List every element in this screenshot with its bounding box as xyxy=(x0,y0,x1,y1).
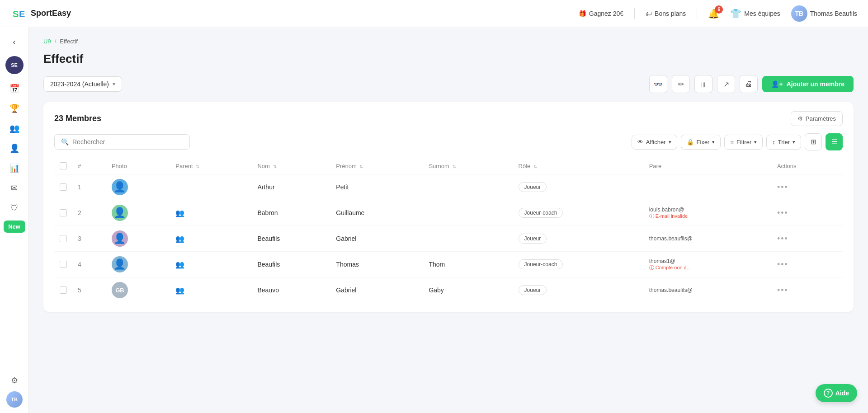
person-icon: 👤 xyxy=(9,143,19,153)
columns-button[interactable]: ⫼ xyxy=(694,75,712,93)
grid-view-button[interactable]: ⊞ xyxy=(805,133,822,150)
row-checkbox-3[interactable] xyxy=(60,235,67,242)
breadcrumb-current: Effectif xyxy=(60,38,78,45)
row-checkbox-4[interactable] xyxy=(60,261,67,268)
row-num-5: 5 xyxy=(72,277,106,303)
earn-button[interactable]: 🎁 Gagnez 20€ xyxy=(579,10,623,17)
sporteasy-logo-icon: S E xyxy=(11,5,27,22)
help-button[interactable]: ? Aide xyxy=(816,384,857,402)
add-member-button[interactable]: 👤+ Ajouter un membre xyxy=(762,76,854,92)
calendar-icon: 📅 xyxy=(9,84,19,94)
row-actions-4: ••• xyxy=(772,252,843,277)
table-header: # Photo Parent ⇅ Nom ⇅ Prénom ⇅ Surnom ⇅… xyxy=(54,158,843,174)
glasses-icon: 👓 xyxy=(654,80,663,89)
teams-icon: 👕 xyxy=(730,8,741,19)
row-role-5: Joueur xyxy=(513,277,644,303)
row-pare-3: thomas.beaufils@ xyxy=(644,226,772,252)
role-badge: Joueur xyxy=(519,234,547,244)
svg-text:S: S xyxy=(13,9,19,19)
user-menu[interactable]: TB Thomas Beaufils xyxy=(791,5,857,22)
more-button[interactable]: ••• xyxy=(777,234,788,243)
members-header: 23 Membres ⚙ Paramètres xyxy=(54,111,843,126)
row-photo-1: 👤 xyxy=(106,174,170,200)
row-parent-4: 👥 xyxy=(170,252,252,277)
glasses-button[interactable]: 👓 xyxy=(649,75,667,93)
search-box[interactable]: 🔍 xyxy=(54,134,190,150)
afficher-chevron-icon: ▾ xyxy=(669,139,671,145)
trier-button[interactable]: ↕ Trier ▾ xyxy=(766,135,801,150)
parent-icon: 👥 xyxy=(175,286,184,294)
more-button[interactable]: ••• xyxy=(777,183,788,192)
sidebar-item-shield[interactable]: 🛡 xyxy=(5,199,24,217)
table-row: 3👤👥BeaufilsGabrielJoueurthomas.beaufils@… xyxy=(54,226,843,252)
gear-icon: ⚙ xyxy=(797,115,803,122)
edit-button[interactable]: ✏ xyxy=(672,75,690,93)
chart-icon: 📊 xyxy=(9,163,19,173)
mail-icon: ✉ xyxy=(11,183,18,193)
list-view-button[interactable]: ☰ xyxy=(826,133,843,150)
sidebar: ‹ SE 📅 🏆 👥 👤 📊 ✉ 🛡 New ⚙ TB xyxy=(0,27,29,413)
shield-icon: 🛡 xyxy=(10,203,19,213)
sidebar-item-person[interactable]: 👤 xyxy=(5,139,24,157)
more-button[interactable]: ••• xyxy=(777,208,788,217)
sidebar-settings-button[interactable]: ⚙ xyxy=(5,371,24,390)
toolbar: 2023-2024 (Actuelle) ▾ 👓 ✏ ⫼ ↗ 🖨 xyxy=(43,75,854,93)
columns-icon: ⫼ xyxy=(700,80,707,88)
print-button[interactable]: 🖨 xyxy=(740,75,758,93)
breadcrumb-team[interactable]: U9 xyxy=(43,38,51,45)
sidebar-item-mail[interactable]: ✉ xyxy=(5,179,24,197)
fixer-chevron-icon: ▾ xyxy=(712,139,715,145)
row-nom-4: Beaufils xyxy=(252,252,330,277)
breadcrumb-separator: / xyxy=(55,38,57,45)
row-checkbox-2[interactable] xyxy=(60,209,67,216)
row-prenom-2: Guillaume xyxy=(330,200,423,226)
row-surnom-5: Gaby xyxy=(423,277,513,303)
deals-button[interactable]: 🏷 Bons plans xyxy=(646,10,686,17)
row-checkbox-5[interactable] xyxy=(60,286,67,294)
members-table: # Photo Parent ⇅ Nom ⇅ Prénom ⇅ Surnom ⇅… xyxy=(54,158,843,303)
parameters-button[interactable]: ⚙ Paramètres xyxy=(791,111,843,126)
table-row: 2👤👥BabronGuillaumeJoueur-coachlouis.babr… xyxy=(54,200,843,226)
row-surnom-4: Thom xyxy=(423,252,513,277)
filtrer-button[interactable]: ≡ Filtrer ▾ xyxy=(724,135,763,150)
afficher-button[interactable]: 👁 Afficher ▾ xyxy=(632,135,677,150)
row-num-2: 2 xyxy=(72,200,106,226)
lock-icon: 🔒 xyxy=(687,139,694,145)
search-input[interactable] xyxy=(72,138,183,145)
edit-icon: ✏ xyxy=(678,80,684,89)
nav-divider-1 xyxy=(634,8,635,19)
row-prenom-3: Gabriel xyxy=(330,226,423,252)
sidebar-back-button[interactable]: ‹ xyxy=(5,33,24,51)
more-button[interactable]: ••• xyxy=(777,260,788,269)
row-prenom-4: Thomas xyxy=(330,252,423,277)
th-parent: Parent ⇅ xyxy=(170,158,252,174)
th-surnom: Surnom ⇅ xyxy=(423,158,513,174)
sidebar-user-avatar[interactable]: TB xyxy=(6,391,23,408)
share-button[interactable]: ↗ xyxy=(717,75,735,93)
row-nom-3: Beaufils xyxy=(252,226,330,252)
sidebar-item-members[interactable]: 👥 xyxy=(5,119,24,137)
sidebar-item-calendar[interactable]: 📅 xyxy=(5,80,24,98)
row-role-4: Joueur-coach xyxy=(513,252,644,277)
select-all-checkbox[interactable] xyxy=(60,162,67,169)
row-pare-1 xyxy=(644,174,772,200)
row-actions-3: ••• xyxy=(772,226,843,252)
role-badge: Joueur-coach xyxy=(519,259,563,269)
more-button[interactable]: ••• xyxy=(777,286,788,295)
notifications-button[interactable]: 🔔 6 xyxy=(708,8,719,19)
season-selector[interactable]: 2023-2024 (Actuelle) ▾ xyxy=(43,76,122,92)
row-checkbox-1[interactable] xyxy=(60,183,67,191)
teams-button[interactable]: 👕 Mes équipes xyxy=(730,8,780,19)
sidebar-new-button[interactable]: New xyxy=(4,221,25,233)
sort-icon: ↕ xyxy=(772,139,775,145)
row-parent-2: 👥 xyxy=(170,200,252,226)
grid-icon: ⊞ xyxy=(811,138,816,146)
members-count: 23 Membres xyxy=(54,114,101,123)
role-badge: Joueur xyxy=(519,285,547,295)
sidebar-item-trophy[interactable]: 🏆 xyxy=(5,99,24,117)
fixer-button[interactable]: 🔒 Fixer ▾ xyxy=(681,135,721,150)
sidebar-item-chart[interactable]: 📊 xyxy=(5,159,24,177)
topnav: S E SportEasy 🎁 Gagnez 20€ 🏷 Bons plans … xyxy=(0,0,868,27)
season-label: 2023-2024 (Actuelle) xyxy=(50,80,109,88)
row-parent-5: 👥 xyxy=(170,277,252,303)
